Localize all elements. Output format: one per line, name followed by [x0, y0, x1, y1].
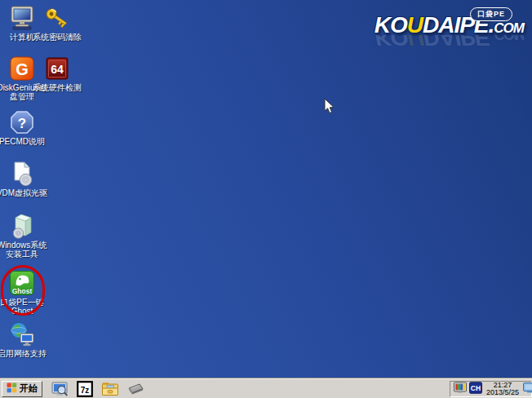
desktop: 口袋PE KOUDAIPE.COM KOUDAIPE.COM 计算机: [0, 0, 532, 398]
question-octagon-icon: ?: [9, 109, 35, 135]
start-label: 开始: [20, 383, 38, 395]
windows-flag-icon: [7, 383, 17, 395]
tray-clock[interactable]: 21:27 2013/5/25: [485, 382, 521, 397]
pe-badge: 口袋PE: [470, 7, 512, 21]
diskgenius-glyph: G: [16, 60, 29, 78]
folder-icon: [101, 381, 119, 396]
icon-label: VDM虚拟光驱: [0, 188, 48, 197]
display-tray-icon[interactable]: [523, 382, 532, 396]
desktop-icon-windows-install[interactable]: Windows系统 安装工具: [0, 213, 48, 259]
icon-label-line2: 安装工具: [0, 250, 48, 259]
logo-reflection: KOUDAIPE.COM: [375, 35, 524, 50]
start-button[interactable]: 开始: [2, 381, 42, 397]
icon-label: 系统硬件检测: [31, 83, 83, 92]
quick-launch: 7z: [51, 381, 144, 397]
mouse-cursor: [324, 99, 335, 118]
icon-label-line2: 盘管理: [0, 92, 48, 101]
input-indicator-glyph: CH: [471, 384, 481, 392]
seven-zip-button[interactable]: 7z: [76, 381, 94, 397]
document-disc-icon: [9, 161, 35, 187]
desktop-icon-pecmd-help[interactable]: ? PECMD说明: [0, 109, 48, 146]
icon-label: 启用网络支持: [0, 349, 48, 358]
system-tray: CH 21:27 2013/5/25: [450, 381, 532, 397]
display-settings-tray-icon[interactable]: [454, 382, 467, 397]
software-box-disc-icon: [9, 213, 35, 239]
taskbar: 开始 7z: [0, 378, 532, 398]
input-language-indicator[interactable]: CH: [469, 382, 482, 397]
tray-date: 2013/5/25: [486, 389, 519, 397]
desktop-icon-password-clear[interactable]: 系统密码清除: [31, 5, 83, 42]
display-magnifier-icon: [51, 381, 69, 397]
seven-zip-glyph: 7z: [81, 385, 90, 394]
red-circle-annotation: [1, 265, 45, 316]
memory-chip-icon: [126, 382, 144, 396]
key-icon: [44, 5, 70, 31]
hardware-tool-button[interactable]: [126, 381, 144, 397]
hw64-glyph: 64: [51, 63, 64, 76]
aida64-icon: 64: [44, 55, 70, 82]
seven-zip-icon: 7z: [77, 381, 93, 397]
desktop-icon-enable-network[interactable]: 启用网络支持: [0, 321, 48, 358]
icon-label: 系统密码清除: [31, 33, 83, 42]
desktop-icon-hardware-detect[interactable]: 64 系统硬件检测: [31, 55, 83, 92]
display-magnifier-button[interactable]: [51, 381, 69, 397]
desktop-icon-vdm[interactable]: VDM虚拟光驱: [0, 161, 48, 197]
globe-computer-icon: [9, 321, 35, 347]
icon-label: Windows系统: [0, 241, 48, 250]
koudaipe-logo: 口袋PE KOUDAIPE.COM KOUDAIPE.COM: [375, 13, 524, 50]
icon-label: PECMD说明: [0, 137, 48, 146]
file-manager-button[interactable]: [101, 381, 119, 397]
question-glyph: ?: [18, 116, 26, 131]
